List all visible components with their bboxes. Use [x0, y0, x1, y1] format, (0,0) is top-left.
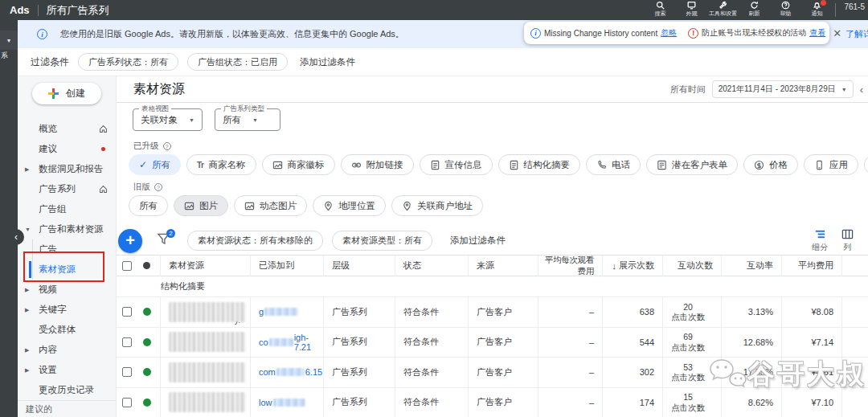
sidebar-item-adgroups[interactable]: 广告组 — [18, 199, 117, 219]
asset-status-filter-chip[interactable]: 素材资源状态：所有未移除的 — [187, 231, 323, 251]
col-interactions[interactable]: 互动次数 — [663, 256, 722, 276]
chip-affiliate-location[interactable]: 关联商户地址 — [391, 195, 483, 216]
campaign-type-select[interactable]: 广告系列类型 所有 ▼ — [215, 108, 280, 131]
col-source[interactable]: 来源 — [469, 256, 538, 276]
table-row[interactable]: y. g 广告系列 符合条件 广告客户 – 638 20点击次数 3.13% ¥… — [117, 297, 868, 328]
sidebar-item-audiences[interactable]: 受众群体 — [18, 320, 117, 340]
create-button[interactable]: 创建 — [32, 83, 101, 104]
chip-calls[interactable]: 电话 — [586, 154, 641, 175]
rail-dropdown[interactable]: ▾ — [0, 31, 18, 50]
table-row[interactable]: coigh-7.21 广告系列 符合条件 广告客户 – 544 69点击次数 1… — [117, 328, 868, 358]
learn-more-link[interactable]: 了解详情 — [845, 28, 868, 40]
chip-business-logo[interactable]: 商家徽标 — [262, 154, 335, 175]
chip-business-name[interactable]: Tr商家名称 — [186, 154, 256, 175]
chevron-right-icon: ▶ — [25, 287, 29, 293]
source-cell: 广告客户 — [469, 297, 538, 328]
col-interaction-rate[interactable]: 互动率 — [722, 256, 782, 276]
sidebar-item-ads-assets[interactable]: ▼ 广告和素材资源 — [18, 219, 117, 239]
avg-cost-cell: ¥7.14 — [782, 328, 842, 358]
page-heading: 素材资源 — [133, 81, 185, 98]
check-icon: ✓ — [139, 159, 147, 170]
view-link[interactable]: 查看 — [809, 27, 825, 39]
sidebar-footer: 建议的 — [18, 400, 117, 417]
sidebar-item-videos[interactable]: ▶ 视频 — [18, 280, 117, 300]
status-enabled-dot — [143, 368, 151, 376]
sidebar-item-change-history[interactable]: 更改历史记录 — [18, 380, 117, 400]
col-added-to[interactable]: 已添加到 — [251, 256, 324, 276]
ignore-link[interactable]: 忽略 — [661, 27, 677, 39]
col-avg-view-cost[interactable]: 平均每次观看费用 — [538, 256, 603, 276]
search-button[interactable]: 搜索 — [645, 0, 676, 20]
row-checkbox[interactable] — [122, 367, 132, 377]
table-row[interactable]: com6.15 广告系列 符合条件 广告客户 – 302 53点击次数 17.5… — [117, 358, 868, 388]
tools-settings-button[interactable]: 工具和设置 — [707, 0, 739, 20]
add-filter-button[interactable]: 添加过滤条件 — [450, 235, 506, 247]
segment-button[interactable]: 细分 — [812, 228, 828, 253]
redacted-asset-name — [169, 362, 246, 382]
table-toolbar: + 2 素材资源状态：所有未移除的 素材资源类型：所有 添加过滤条件 细分 列 — [117, 227, 868, 256]
chip-structured-snippets[interactable]: 结构化摘要 — [498, 154, 581, 175]
asset-type-filter-chip[interactable]: 素材资源类型：所有 — [332, 231, 432, 251]
chip-promotions[interactable]: 促销 — [864, 154, 868, 175]
sidebar-item-insights-reports[interactable]: ▶ 数据洞见和报告 — [18, 159, 117, 179]
col-impressions[interactable]: ↓展示次数 — [603, 256, 663, 276]
sidebar-item-content[interactable]: ▶ 内容 — [18, 340, 117, 360]
adgroup-status-filter-chip[interactable]: 广告组状态：已启用 — [187, 53, 288, 71]
chip-lead-forms[interactable]: 潜在客户表单 — [646, 154, 738, 175]
document-icon — [430, 160, 440, 170]
columns-button[interactable]: 列 — [841, 228, 854, 253]
date-range-selector[interactable]: 2021年11月4日 - 2023年8月29日 ▼ — [712, 80, 854, 98]
chip-apps[interactable]: 应用 — [804, 154, 858, 175]
row-checkbox[interactable] — [122, 307, 132, 317]
sidebar-item-campaigns[interactable]: 广告系列 — [18, 179, 117, 199]
sidebar-item-assets[interactable]: 素材资源 — [18, 260, 117, 280]
chip-sitelinks[interactable]: 附加链接 — [341, 154, 414, 175]
sidebar-item-overview[interactable]: 概览 — [18, 119, 117, 139]
close-icon[interactable]: ✕ — [833, 27, 841, 39]
chip-location[interactable]: 地理位置 — [313, 195, 386, 216]
help-button[interactable]: 帮助 — [770, 0, 801, 20]
sidebar-item-ads[interactable]: 广告 — [18, 239, 117, 260]
col-status[interactable]: 状态 — [395, 256, 469, 276]
appearance-button[interactable]: 外观 — [676, 0, 707, 20]
filter-count-badge: 2 — [166, 229, 175, 238]
add-filter-button[interactable]: 添加过滤条件 — [300, 56, 355, 68]
refresh-button[interactable]: 刷新 — [739, 0, 770, 20]
row-checkbox[interactable] — [122, 398, 132, 407]
col-avg-cost[interactable]: 平均费用 — [782, 256, 842, 276]
table-row[interactable]: low 广告系列 符合条件 广告客户 – 174 15点击次数 8.62% ¥7… — [117, 388, 868, 417]
impressions-cell: 638 — [603, 297, 663, 328]
chip-prices[interactable]: 价格 — [743, 154, 798, 175]
added-to-link[interactable]: g — [251, 297, 324, 328]
chip-all-upgraded[interactable]: ✓所有 — [129, 154, 181, 175]
sidebar-item-settings[interactable]: ▶ 设置 — [18, 360, 117, 380]
chip-callouts[interactable]: 宣传信息 — [420, 154, 493, 175]
row-checkbox[interactable] — [122, 337, 132, 347]
group-label: 结构化摘要 — [161, 280, 205, 292]
legacy-asset-type-chips: 所有 图片 动态图片 地理位置 关联商户地址 — [129, 195, 868, 216]
collapse-panel-button[interactable]: ‹ — [8, 229, 24, 245]
status-cell: 符合条件 — [395, 358, 469, 388]
campaign-status-filter-chip[interactable]: 广告系列状态：所有 — [78, 53, 178, 71]
refresh-label: 刷新 — [749, 10, 760, 16]
added-to-link[interactable]: com6.15 — [251, 358, 324, 388]
notifications-button[interactable]: 通知 — [801, 0, 833, 20]
status-dot-column-icon — [143, 262, 150, 269]
source-cell: 广告客户 — [469, 328, 538, 358]
col-level[interactable]: 层级 — [324, 256, 395, 276]
chevron-left-icon[interactable]: ‹ — [860, 84, 863, 96]
sidebar-item-keywords[interactable]: ▶ 关键字 — [18, 300, 117, 320]
select-all-checkbox[interactable] — [122, 261, 132, 271]
chip-dynamic-images[interactable]: 动态图片 — [234, 195, 307, 216]
chip-images[interactable]: 图片 — [174, 195, 228, 216]
sidebar-item-recommendations[interactable]: 建议 — [18, 139, 117, 159]
filter-button[interactable]: 2 — [157, 232, 170, 249]
added-to-link[interactable]: coigh-7.21 — [251, 328, 324, 358]
chip-all-legacy[interactable]: 所有 — [129, 195, 168, 216]
app-logo: Ads — [10, 4, 30, 16]
added-to-link[interactable]: low — [251, 388, 324, 417]
table-view-select[interactable]: 表格视图 关联对象 ▼ — [133, 108, 203, 131]
col-assets[interactable]: 素材资源 — [161, 256, 251, 276]
add-asset-button[interactable]: + — [118, 229, 142, 253]
redacted-link — [269, 338, 293, 346]
